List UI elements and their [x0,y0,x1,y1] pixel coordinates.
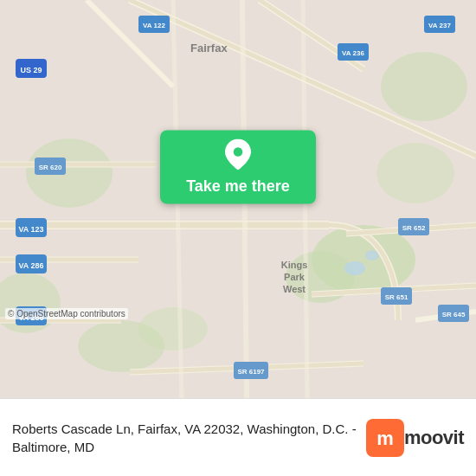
moovit-text: moovit [404,427,464,449]
take-me-there-button[interactable]: Take me there [160,131,316,204]
svg-text:Fairfax: Fairfax [190,42,228,55]
svg-point-6 [138,307,208,351]
svg-point-10 [365,250,379,261]
svg-text:VA 122: VA 122 [143,22,165,29]
svg-text:West: West [283,284,306,294]
svg-text:SR 651: SR 651 [385,293,408,301]
svg-point-8 [376,143,454,203]
svg-point-7 [381,52,467,121]
copyright-notice: © OpenStreetMap contributors [5,308,128,319]
svg-text:m: m [376,428,394,449]
svg-text:SR 6197: SR 6197 [237,368,265,376]
address-text: Roberts Cascade Ln, Fairfax, VA 22032, W… [12,420,366,456]
take-me-there-label: Take me there [186,177,290,196]
moovit-icon: m [366,419,404,457]
map-container: US 29 VA 123 VA 286 VA 286 SR 620 VA 237… [0,0,476,398]
svg-text:Park: Park [284,272,306,282]
svg-text:SR 620: SR 620 [39,164,62,171]
moovit-logo: m moovit [366,419,464,457]
svg-text:SR 645: SR 645 [442,311,466,318]
svg-point-9 [344,261,365,275]
location-pin-icon [222,139,254,170]
svg-text:Kings: Kings [281,260,308,270]
svg-text:VA 286: VA 286 [18,261,43,270]
bottom-bar: Roberts Cascade Ln, Fairfax, VA 22032, W… [0,398,476,476]
svg-point-62 [234,147,243,157]
svg-text:VA 237: VA 237 [428,22,451,29]
svg-text:VA 236: VA 236 [342,49,364,57]
svg-text:VA 123: VA 123 [18,225,43,234]
svg-text:SR 652: SR 652 [402,224,426,232]
svg-text:US 29: US 29 [20,66,42,74]
